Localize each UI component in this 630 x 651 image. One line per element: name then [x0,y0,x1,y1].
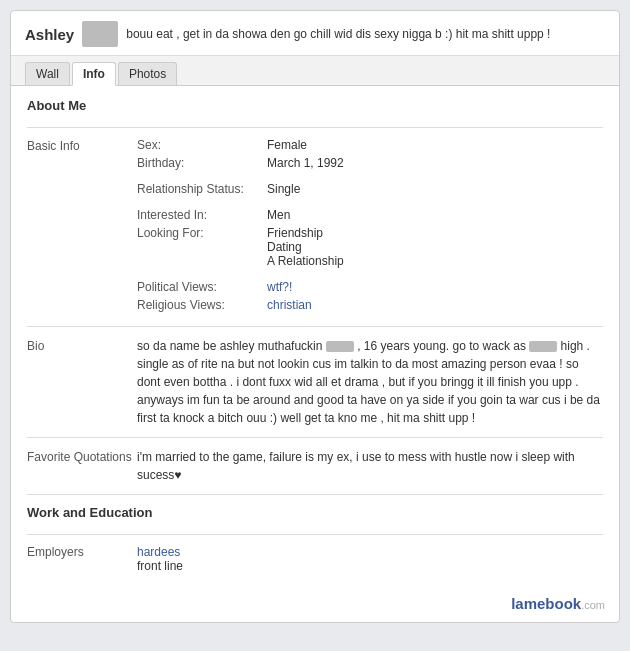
religious-label: Religious Views: [137,298,267,312]
quotations-label: Favorite Quotations [27,448,137,484]
bio-label: Bio [27,337,137,427]
lamebook-text: lamebook [511,595,581,612]
work-education-section: Work and Education Employers hardees fro… [27,505,603,573]
bio-text: so da name be ashley muthafuckin , 16 ye… [137,337,603,427]
avatar [82,21,118,47]
political-value: wtf?! [267,280,292,294]
sex-label: Sex: [137,138,267,152]
employer-position: front line [137,559,183,573]
political-label: Political Views: [137,280,267,294]
looking-for-row: Looking For: Friendship Dating A Relatio… [137,226,603,268]
footer: lamebook.com [11,589,619,622]
looking-value-1: Friendship [267,226,344,240]
religious-link[interactable]: christian [267,298,312,312]
political-link[interactable]: wtf?! [267,280,292,294]
employers-row: Employers hardees front line [27,545,603,573]
logo-suffix: .com [581,599,605,611]
looking-value-2: Dating [267,240,344,254]
blur-1 [326,341,354,352]
interested-row: Interested In: Men Looking For: Friendsh… [27,208,603,272]
sex-value: Female [267,138,307,152]
tab-info[interactable]: Info [72,62,116,86]
birthday-value: March 1, 1992 [267,156,344,170]
looking-values: Friendship Dating A Relationship [267,226,344,268]
basic-info-section: Basic Info Sex: Female Birthday: March 1… [27,138,603,316]
political-row: Political Views: wtf?! Religious Views: … [27,280,603,316]
profile-header: Ashley bouu eat , get in da showa den go… [11,11,619,56]
work-section-title: Work and Education [27,505,603,524]
looking-label: Looking For: [137,226,267,268]
employers-label: Employers [27,545,137,573]
lamebook-logo: lamebook.com [511,595,605,612]
relationship-label: Relationship Status: [137,182,267,196]
relationship-value: Single [267,182,300,196]
interested-value: Men [267,208,290,222]
interested-label: Interested In: [137,208,267,222]
nav-tabs: Wall Info Photos [11,56,619,86]
divider-1 [27,127,603,128]
birthday-row: Birthday: March 1, 1992 [137,156,603,170]
profile-name: Ashley [25,26,74,43]
employer-name[interactable]: hardees [137,545,180,559]
profile-status: bouu eat , get in da showa den go chill … [126,27,605,41]
looking-value-3: A Relationship [267,254,344,268]
sex-birthday-row: Basic Info Sex: Female Birthday: March 1… [27,138,603,174]
religious-value: christian [267,298,312,312]
sex-row: Sex: Female [137,138,603,152]
divider-2 [27,326,603,327]
divider-3 [27,437,603,438]
relationship-row: Relationship Status: Single [27,182,603,200]
about-me-title: About Me [27,98,603,117]
main-content: About Me Basic Info Sex: Female Birthday… [11,86,619,589]
bio-section: Bio so da name be ashley muthafuckin , 1… [27,337,603,427]
basic-info-label: Basic Info [27,138,137,174]
divider-4 [27,494,603,495]
divider-5 [27,534,603,535]
tab-photos[interactable]: Photos [118,62,177,85]
quotations-section: Favorite Quotations i'm married to the g… [27,448,603,484]
quotations-text: i'm married to the game, failure is my e… [137,448,603,484]
profile-page: Ashley bouu eat , get in da showa den go… [10,10,620,623]
tab-wall[interactable]: Wall [25,62,70,85]
blur-2 [529,341,557,352]
employer-info: hardees front line [137,545,183,573]
birthday-label: Birthday: [137,156,267,170]
